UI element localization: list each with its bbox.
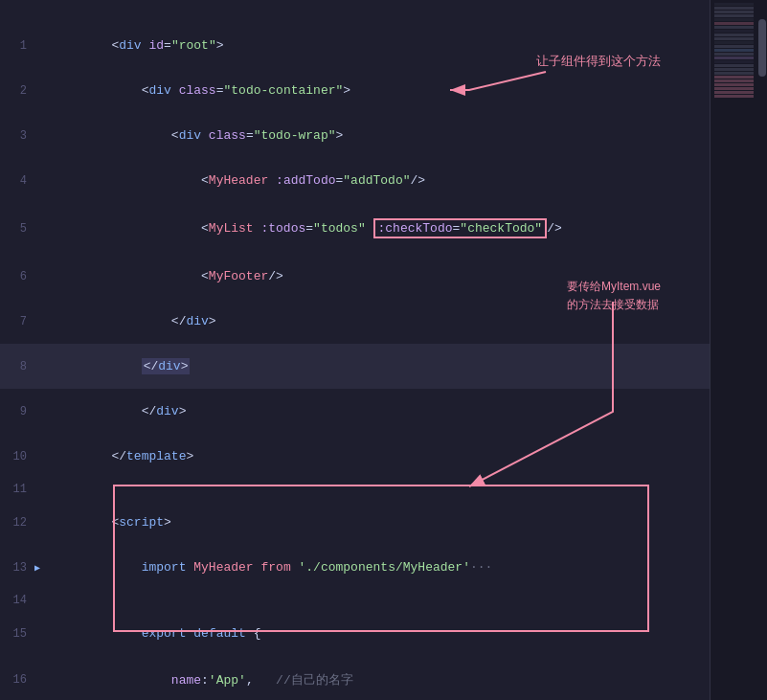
line-15: 15 export default { bbox=[0, 611, 767, 656]
scrollbar[interactable] bbox=[757, 0, 767, 700]
line-5: 5 <MyList :todos="todos" :checkTodo="che… bbox=[0, 203, 767, 254]
line-13: 13 ▶ import MyHeader from './components/… bbox=[0, 545, 767, 590]
line-11: 11 bbox=[0, 479, 767, 500]
line-10: 10 </template> bbox=[0, 434, 767, 479]
line-blank-top bbox=[0, 2, 767, 23]
line-9: 9 </div> bbox=[0, 389, 767, 434]
line-3: 3 <div class="todo-wrap"> bbox=[0, 113, 767, 158]
code-editor: 1 <div id="root"> 2 <div class="todo-con… bbox=[0, 0, 767, 700]
line-2: 2 <div class="todo-container"> bbox=[0, 68, 767, 113]
scrollbar-thumb[interactable] bbox=[758, 19, 766, 77]
line-8: 8 </div> bbox=[0, 344, 767, 389]
line-16: 16 name:'App', //自己的名字 bbox=[0, 656, 767, 700]
minimap bbox=[710, 0, 757, 700]
line-12: 12 <script> bbox=[0, 500, 767, 545]
annotation-pass-to-myitem: 要传给MyItem.vue 的方法去接受数据 bbox=[567, 278, 661, 314]
line-4: 4 <MyHeader :addTodo="addTodo"/> bbox=[0, 158, 767, 203]
line-14: 14 bbox=[0, 590, 767, 611]
annotation-let-child-get-method: 让子组件得到这个方法 bbox=[536, 53, 661, 70]
